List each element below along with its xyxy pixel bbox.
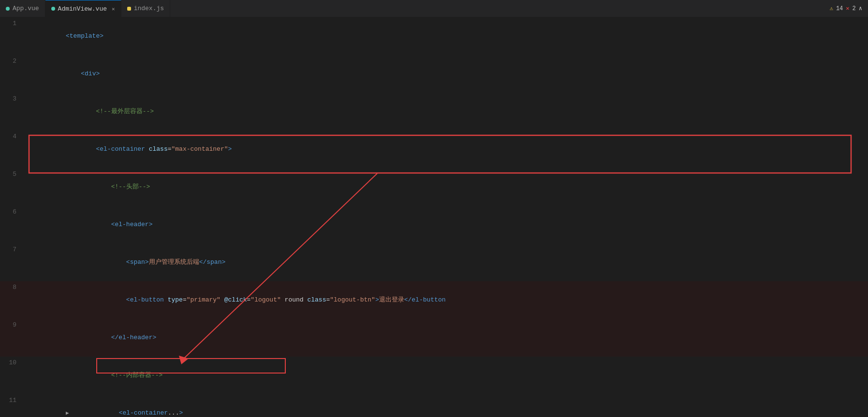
line-num-3: 3 <box>0 93 24 105</box>
tab-admin-view-label: AdminView.vue <box>58 5 107 13</box>
line-num-1: 1 <box>0 17 24 30</box>
line-content-5: <!--头部--> <box>24 168 868 206</box>
tab-index-js[interactable]: index.js <box>121 0 170 17</box>
code-line-8: 8 <el-button type="primary" @click="logo… <box>0 281 868 319</box>
tab-bar: App.vue AdminView.vue ✕ index.js ⚠ 14 ✕ … <box>0 0 868 17</box>
code-line-2: 2 <div> <box>0 55 868 93</box>
line-num-6: 6 <box>0 206 24 218</box>
code-line-7: 7 <span>用户管理系统后端</span> <box>0 244 868 281</box>
line-num-2: 2 <box>0 55 24 68</box>
warning-count[interactable]: 14 <box>836 5 843 12</box>
warning-icon: ⚠ <box>830 5 833 12</box>
code-line-3: 3 <!--最外层容器--> <box>0 93 868 130</box>
line-num-10: 10 <box>0 357 24 369</box>
line-content-6: <el-header> <box>24 206 868 244</box>
error-count: 2 <box>853 5 856 12</box>
close-icon[interactable]: ✕ <box>112 6 115 12</box>
line-content-7: <span>用户管理系统后端</span> <box>24 244 868 281</box>
line-num-8: 8 <box>0 281 24 294</box>
code-lines: 1 <template> 2 <div> 3 <!--最外层容器--> <box>0 17 868 417</box>
line-content-9: </el-header> <box>24 319 868 357</box>
code-line-5: 5 <!--头部--> <box>0 168 868 206</box>
tab-app-vue-label: App.vue <box>13 5 39 12</box>
line-num-5: 5 <box>0 168 24 181</box>
code-line-9: 9 </el-header> <box>0 319 868 357</box>
line-content-2: <div> <box>24 55 868 93</box>
line-num-11: 11 <box>0 394 24 407</box>
code-line-1: 1 <template> <box>0 17 868 55</box>
top-right-indicators: ⚠ 14 ✕ 2 ∧ <box>830 5 868 12</box>
line-content-10: <!--内部容器--> <box>24 357 868 394</box>
tab-app-vue[interactable]: App.vue <box>0 0 45 17</box>
line-num-4: 4 <box>0 130 24 143</box>
code-line-10: 10 <!--内部容器--> <box>0 357 868 394</box>
fold-arrow-11[interactable]: ▶ <box>66 407 74 417</box>
line-content-1: <template> <box>24 17 868 55</box>
line-content-4: <el-container class="max-container"> <box>24 130 868 168</box>
line-num-7: 7 <box>0 244 24 256</box>
vue-icon <box>6 7 10 11</box>
code-line-4: 4 <el-container class="max-container"> <box>0 130 868 168</box>
tab-admin-view[interactable]: AdminView.vue ✕ <box>45 0 121 17</box>
error-icon: ✕ <box>846 5 849 12</box>
vue-icon-active <box>51 7 55 11</box>
code-line-11: 11 ▶ <el-container...> <box>0 394 868 417</box>
code-container[interactable]: 1 <template> 2 <div> 3 <!--最外层容器--> <box>0 17 868 417</box>
line-content-3: <!--最外层容器--> <box>24 93 868 130</box>
js-icon <box>127 7 131 11</box>
tab-index-js-label: index.js <box>134 5 164 12</box>
chevron-up-icon[interactable]: ∧ <box>859 5 862 12</box>
editor-area: 1 <template> 2 <div> 3 <!--最外层容器--> <box>0 17 868 417</box>
code-line-6: 6 <el-header> <box>0 206 868 244</box>
line-num-9: 9 <box>0 319 24 331</box>
line-content-11: ▶ <el-container...> <box>24 394 868 417</box>
line-content-8: <el-button type="primary" @click="logout… <box>24 281 868 319</box>
